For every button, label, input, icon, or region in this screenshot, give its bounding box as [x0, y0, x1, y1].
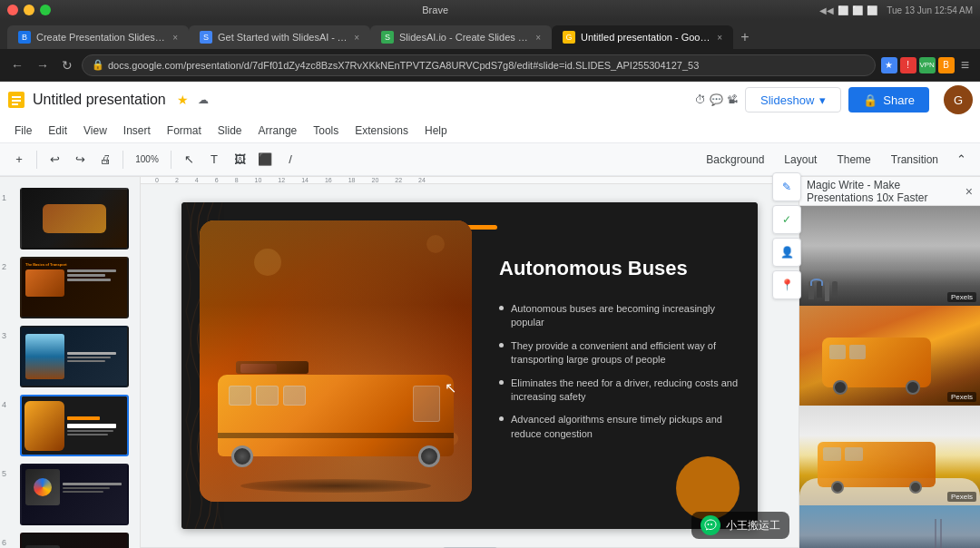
toolbar-zoom[interactable]: 100% — [129, 148, 165, 171]
canvas-area: 0 2 4 6 8 10 12 14 16 18 20 22 24 — [141, 177, 799, 548]
wechat-watermark: 小王搬运工 — [691, 512, 789, 539]
pexels-badge-2: Pexels — [947, 392, 976, 402]
right-panel-header: Magic Write - Make Presentations 10x Fas… — [799, 177, 980, 206]
layout-btn[interactable]: Layout — [775, 148, 826, 171]
side-btn-4[interactable]: 📍 — [772, 270, 801, 299]
slideshow-button[interactable]: Slideshow ▾ — [745, 87, 841, 113]
bullet-dot-1 — [499, 306, 504, 310]
tab-2-close[interactable]: × — [354, 33, 359, 43]
theme-section: Background Layout Theme Transition — [697, 148, 947, 171]
side-btn-1[interactable]: ✎ — [772, 177, 801, 201]
slide-thumb-4 — [20, 395, 129, 456]
right-panel-title: Magic Write - Make Presentations 10x Fas… — [807, 179, 965, 204]
slides-logo — [7, 91, 25, 109]
toolbar-image[interactable]: 🖼 — [228, 148, 251, 171]
menu-arrange[interactable]: Arrange — [251, 121, 305, 141]
image-result-1[interactable]: Pexels — [799, 206, 980, 306]
history-icon[interactable]: ⏱ — [695, 93, 706, 106]
wechat-icon — [701, 515, 720, 535]
presentation-title[interactable]: Untitled presentation — [33, 92, 166, 108]
transition-btn[interactable]: Transition — [882, 148, 947, 171]
back-button[interactable]: ← — [7, 56, 27, 74]
new-tab-button[interactable]: + — [733, 25, 757, 49]
tab-4-close[interactable]: × — [717, 33, 722, 43]
slide-thumb-2: The Basics of Transport — [20, 257, 129, 318]
slide-canvas-wrapper[interactable]: Autonomous Buses Autonomous buses are be… — [141, 184, 799, 547]
app-title: Brave — [56, 5, 814, 15]
side-btn-3[interactable]: 👤 — [772, 238, 801, 267]
menu-file[interactable]: File — [7, 121, 39, 141]
slide-panel: 1 2 The Basics of Transport — [0, 177, 141, 548]
side-btn-2[interactable]: ✓ — [772, 205, 801, 234]
wechat-label: 小王搬运工 — [726, 518, 780, 533]
menu-button[interactable]: ≡ — [957, 55, 973, 75]
slide-item-4[interactable]: 4 — [0, 391, 140, 460]
slide-item-3[interactable]: 3 — [0, 322, 140, 391]
ext-icon-3[interactable]: VPN — [919, 57, 936, 73]
maximize-btn[interactable] — [40, 5, 51, 15]
menu-view[interactable]: View — [76, 121, 114, 141]
slide-title[interactable]: Autonomous Buses — [499, 257, 740, 280]
share-button[interactable]: 🔒 Share — [848, 87, 929, 113]
slide-thumb-5 — [20, 464, 129, 525]
toolbar-undo[interactable]: ↩ — [43, 148, 66, 171]
right-panel-close-button[interactable]: × — [965, 184, 973, 199]
toolbar-line[interactable]: / — [279, 148, 302, 171]
comments-icon[interactable]: 💬 — [710, 93, 723, 106]
toolbar-add[interactable]: + — [7, 148, 31, 171]
close-btn[interactable] — [7, 5, 18, 15]
bullet-dot-2 — [499, 343, 504, 347]
present-icon[interactable]: 📽 — [727, 93, 738, 106]
slide-image[interactable] — [200, 220, 472, 502]
slide-thumb-3 — [20, 326, 129, 387]
svg-rect-3 — [12, 103, 18, 105]
toolbar-cursor[interactable]: ↖ — [177, 148, 201, 171]
toolbar-redo[interactable]: ↪ — [68, 148, 92, 171]
slides-header: Untitled presentation ★ ☁ ⏱ 💬 📽 Slidesho… — [0, 82, 980, 177]
image-result-4[interactable]: Go Pexels — [799, 505, 980, 548]
image-result-3[interactable]: Pexels — [799, 406, 980, 505]
ext-icon-1[interactable]: ★ — [881, 57, 897, 73]
ext-icon-4[interactable]: B — [938, 57, 955, 73]
cloud-icon: ☁ — [198, 93, 209, 106]
svg-point-5 — [710, 524, 712, 525]
menu-edit[interactable]: Edit — [41, 121, 74, 141]
toolbar-collapse[interactable]: ⌃ — [949, 148, 973, 171]
minimize-btn[interactable] — [24, 5, 34, 15]
tab-1-label: Create Presentation Slides With AI — [36, 32, 167, 43]
address-input[interactable]: 🔒 docs.google.com/presentation/d/7dFf01d… — [82, 54, 876, 76]
toolbar-text[interactable]: T — [202, 148, 226, 171]
slide-item-5[interactable]: 5 — [0, 460, 140, 529]
menu-slide[interactable]: Slide — [211, 121, 250, 141]
slide-item-2[interactable]: 2 The Basics of Transport — [0, 253, 140, 322]
menu-extensions[interactable]: Extensions — [348, 121, 416, 141]
user-avatar[interactable]: G — [944, 85, 973, 114]
ext-icon-2[interactable]: ! — [900, 57, 916, 73]
menu-help[interactable]: Help — [417, 121, 455, 141]
menu-tools[interactable]: Tools — [306, 121, 346, 141]
browser-extensions: ★ ! VPN B ≡ — [881, 55, 973, 75]
right-panel: Magic Write - Make Presentations 10x Fas… — [799, 177, 980, 548]
browser-tab-3[interactable]: S SlidesAI.io - Create Slides With AI × — [370, 25, 552, 49]
tab-1-close[interactable]: × — [172, 33, 178, 43]
refresh-button[interactable]: ↻ — [58, 56, 76, 74]
browser-tabs: B Create Presentation Slides With AI × S… — [0, 20, 980, 49]
browser-tab-2[interactable]: S Get Started with SlidesAI - AI Powe...… — [189, 25, 370, 49]
slide-item-1[interactable]: 1 — [0, 184, 140, 253]
toolbar-shape[interactable]: ⬛ — [253, 148, 277, 171]
tab-3-close[interactable]: × — [535, 33, 541, 43]
theme-btn[interactable]: Theme — [828, 148, 879, 171]
star-icon[interactable]: ★ — [177, 93, 189, 107]
forward-button[interactable]: → — [33, 56, 53, 74]
slide-canvas[interactable]: Autonomous Buses Autonomous buses are be… — [181, 202, 758, 529]
image-result-2[interactable]: Pexels — [799, 306, 980, 406]
toolbar-print[interactable]: 🖨 — [93, 148, 117, 171]
svg-rect-1 — [12, 96, 21, 98]
bullet-3: Eliminates the need for a driver, reduci… — [499, 377, 740, 405]
slide-item-6[interactable]: 6 — [0, 529, 140, 548]
background-btn[interactable]: Background — [697, 148, 773, 171]
browser-tab-1[interactable]: B Create Presentation Slides With AI × — [7, 25, 189, 49]
browser-tab-4-active[interactable]: G Untitled presentation - Google ... × — [552, 25, 733, 49]
menu-format[interactable]: Format — [160, 121, 209, 141]
menu-insert[interactable]: Insert — [116, 121, 158, 141]
